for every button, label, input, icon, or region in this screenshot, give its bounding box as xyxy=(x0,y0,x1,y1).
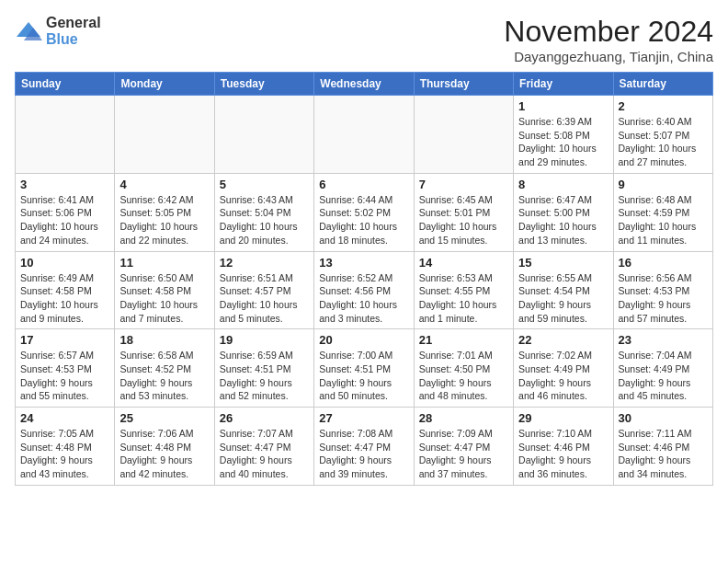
calendar-cell: 26Sunrise: 7:07 AM Sunset: 4:47 PM Dayli… xyxy=(214,408,313,486)
logo-icon xyxy=(15,20,42,42)
calendar-cell: 17Sunrise: 6:57 AM Sunset: 4:53 PM Dayli… xyxy=(16,329,115,408)
calendar-cell: 25Sunrise: 7:06 AM Sunset: 4:48 PM Dayli… xyxy=(115,408,214,486)
day-info: Sunrise: 6:42 AM Sunset: 5:05 PM Dayligh… xyxy=(119,193,209,247)
page-header: General Blue November 2024 Dayanggezhuan… xyxy=(15,15,713,64)
day-number: 26 xyxy=(220,411,309,425)
day-number: 9 xyxy=(619,178,708,191)
day-info: Sunrise: 7:10 AM Sunset: 4:46 PM Dayligh… xyxy=(518,427,608,481)
day-number: 2 xyxy=(619,99,708,113)
day-info: Sunrise: 6:43 AM Sunset: 5:04 PM Dayligh… xyxy=(220,193,309,247)
calendar-cell: 6Sunrise: 6:44 AM Sunset: 5:02 PM Daylig… xyxy=(314,173,414,251)
day-info: Sunrise: 6:48 AM Sunset: 4:59 PM Dayligh… xyxy=(619,193,708,247)
title-block: November 2024 Dayanggezhuang, Tianjin, C… xyxy=(504,15,713,64)
calendar-week-row: 17Sunrise: 6:57 AM Sunset: 4:53 PM Dayli… xyxy=(16,329,713,408)
calendar-cell: 27Sunrise: 7:08 AM Sunset: 4:47 PM Dayli… xyxy=(314,408,414,486)
logo-blue: Blue xyxy=(46,31,78,47)
day-info: Sunrise: 7:07 AM Sunset: 4:47 PM Dayligh… xyxy=(220,427,309,481)
day-number: 21 xyxy=(419,333,508,347)
day-number: 14 xyxy=(419,256,508,270)
day-info: Sunrise: 7:01 AM Sunset: 4:50 PM Dayligh… xyxy=(419,349,508,403)
month-title: November 2024 xyxy=(504,15,713,49)
calendar-cell xyxy=(414,96,513,174)
day-number: 12 xyxy=(220,256,309,270)
day-number: 15 xyxy=(518,256,608,270)
day-info: Sunrise: 6:57 AM Sunset: 4:53 PM Dayligh… xyxy=(20,349,109,403)
day-number: 13 xyxy=(319,256,408,270)
day-info: Sunrise: 6:52 AM Sunset: 4:56 PM Dayligh… xyxy=(319,271,408,326)
day-info: Sunrise: 6:53 AM Sunset: 4:55 PM Dayligh… xyxy=(419,271,508,326)
weekday-header-row: SundayMondayTuesdayWednesdayThursdayFrid… xyxy=(16,73,713,96)
calendar-cell: 1Sunrise: 6:39 AM Sunset: 5:08 PM Daylig… xyxy=(514,96,613,174)
calendar-cell: 3Sunrise: 6:41 AM Sunset: 5:06 PM Daylig… xyxy=(16,173,115,251)
calendar-cell: 10Sunrise: 6:49 AM Sunset: 4:58 PM Dayli… xyxy=(16,251,115,329)
calendar-cell: 9Sunrise: 6:48 AM Sunset: 4:59 PM Daylig… xyxy=(613,173,712,251)
day-info: Sunrise: 6:47 AM Sunset: 5:00 PM Dayligh… xyxy=(518,193,608,247)
calendar-week-row: 24Sunrise: 7:05 AM Sunset: 4:48 PM Dayli… xyxy=(16,408,713,486)
calendar-cell xyxy=(16,96,115,174)
day-info: Sunrise: 6:39 AM Sunset: 5:08 PM Dayligh… xyxy=(518,115,608,169)
day-info: Sunrise: 7:05 AM Sunset: 4:48 PM Dayligh… xyxy=(20,427,109,481)
day-info: Sunrise: 6:59 AM Sunset: 4:51 PM Dayligh… xyxy=(220,349,309,403)
day-info: Sunrise: 7:08 AM Sunset: 4:47 PM Dayligh… xyxy=(319,427,408,481)
day-number: 27 xyxy=(319,411,408,425)
day-info: Sunrise: 6:45 AM Sunset: 5:01 PM Dayligh… xyxy=(419,193,508,247)
calendar-cell: 12Sunrise: 6:51 AM Sunset: 4:57 PM Dayli… xyxy=(214,251,313,329)
calendar-week-row: 3Sunrise: 6:41 AM Sunset: 5:06 PM Daylig… xyxy=(16,173,713,251)
weekday-header-saturday: Saturday xyxy=(613,73,712,96)
day-number: 18 xyxy=(119,333,209,347)
calendar-cell: 15Sunrise: 6:55 AM Sunset: 4:54 PM Dayli… xyxy=(514,251,613,329)
calendar-cell: 21Sunrise: 7:01 AM Sunset: 4:50 PM Dayli… xyxy=(414,329,513,408)
weekday-header-friday: Friday xyxy=(514,73,613,96)
day-number: 7 xyxy=(419,178,508,191)
day-number: 10 xyxy=(20,256,109,270)
day-info: Sunrise: 6:41 AM Sunset: 5:06 PM Dayligh… xyxy=(20,193,109,247)
calendar-cell: 30Sunrise: 7:11 AM Sunset: 4:46 PM Dayli… xyxy=(613,408,712,486)
calendar-cell: 18Sunrise: 6:58 AM Sunset: 4:52 PM Dayli… xyxy=(115,329,214,408)
weekday-header-thursday: Thursday xyxy=(414,73,513,96)
calendar-cell: 4Sunrise: 6:42 AM Sunset: 5:05 PM Daylig… xyxy=(115,173,214,251)
day-number: 1 xyxy=(518,99,608,113)
weekday-header-monday: Monday xyxy=(115,73,214,96)
day-info: Sunrise: 7:06 AM Sunset: 4:48 PM Dayligh… xyxy=(119,427,209,481)
calendar-cell: 20Sunrise: 7:00 AM Sunset: 4:51 PM Dayli… xyxy=(314,329,414,408)
logo-general: General xyxy=(46,15,101,30)
calendar-cell xyxy=(115,96,214,174)
day-info: Sunrise: 6:40 AM Sunset: 5:07 PM Dayligh… xyxy=(619,115,708,169)
day-number: 30 xyxy=(619,411,708,425)
calendar-cell: 28Sunrise: 7:09 AM Sunset: 4:47 PM Dayli… xyxy=(414,408,513,486)
weekday-header-sunday: Sunday xyxy=(16,73,115,96)
calendar-cell: 2Sunrise: 6:40 AM Sunset: 5:07 PM Daylig… xyxy=(613,96,712,174)
day-number: 25 xyxy=(119,411,209,425)
day-info: Sunrise: 7:09 AM Sunset: 4:47 PM Dayligh… xyxy=(419,427,508,481)
day-number: 5 xyxy=(220,178,309,191)
logo-text: General Blue xyxy=(46,15,101,48)
day-number: 19 xyxy=(220,333,309,347)
day-number: 28 xyxy=(419,411,508,425)
day-info: Sunrise: 6:50 AM Sunset: 4:58 PM Dayligh… xyxy=(119,271,209,326)
calendar-cell xyxy=(314,96,414,174)
day-number: 23 xyxy=(619,333,708,347)
calendar-cell: 19Sunrise: 6:59 AM Sunset: 4:51 PM Dayli… xyxy=(214,329,313,408)
calendar-cell: 24Sunrise: 7:05 AM Sunset: 4:48 PM Dayli… xyxy=(16,408,115,486)
day-info: Sunrise: 6:49 AM Sunset: 4:58 PM Dayligh… xyxy=(20,271,109,326)
day-number: 6 xyxy=(319,178,408,191)
day-info: Sunrise: 7:11 AM Sunset: 4:46 PM Dayligh… xyxy=(619,427,708,481)
calendar-week-row: 1Sunrise: 6:39 AM Sunset: 5:08 PM Daylig… xyxy=(16,96,713,174)
calendar-cell xyxy=(214,96,313,174)
day-info: Sunrise: 7:00 AM Sunset: 4:51 PM Dayligh… xyxy=(319,349,408,403)
location-title: Dayanggezhuang, Tianjin, China xyxy=(504,49,713,64)
calendar-cell: 29Sunrise: 7:10 AM Sunset: 4:46 PM Dayli… xyxy=(514,408,613,486)
day-number: 17 xyxy=(20,333,109,347)
day-info: Sunrise: 7:02 AM Sunset: 4:49 PM Dayligh… xyxy=(518,349,608,403)
day-number: 16 xyxy=(619,256,708,270)
day-info: Sunrise: 6:55 AM Sunset: 4:54 PM Dayligh… xyxy=(518,271,608,326)
day-info: Sunrise: 6:56 AM Sunset: 4:53 PM Dayligh… xyxy=(619,271,708,326)
day-info: Sunrise: 7:04 AM Sunset: 4:49 PM Dayligh… xyxy=(619,349,708,403)
day-info: Sunrise: 6:51 AM Sunset: 4:57 PM Dayligh… xyxy=(220,271,309,326)
day-number: 29 xyxy=(518,411,608,425)
calendar-cell: 5Sunrise: 6:43 AM Sunset: 5:04 PM Daylig… xyxy=(214,173,313,251)
calendar-week-row: 10Sunrise: 6:49 AM Sunset: 4:58 PM Dayli… xyxy=(16,251,713,329)
day-number: 8 xyxy=(518,178,608,191)
weekday-header-tuesday: Tuesday xyxy=(214,73,313,96)
day-info: Sunrise: 6:44 AM Sunset: 5:02 PM Dayligh… xyxy=(319,193,408,247)
